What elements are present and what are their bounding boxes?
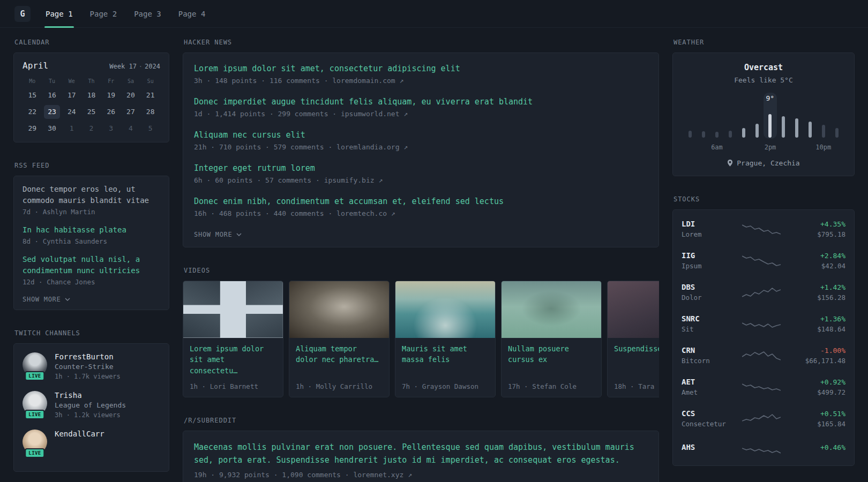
stock-symbol[interactable]: LDI	[682, 220, 731, 228]
rss-item-title[interactable]: Donec tempor eros leo, ut commodo mauris…	[23, 184, 160, 206]
stock-row[interactable]: AHS +0.46%	[682, 434, 845, 462]
weather-temp-bar	[729, 131, 732, 138]
hacker-news-item-domain-link[interactable]: ipsumify.biz ↗	[324, 176, 383, 184]
video-title[interactable]: Mauris sit amet massa felis	[395, 338, 495, 367]
hacker-news-item-title[interactable]: Donec enim nibh, condimentum et accumsan…	[194, 197, 648, 206]
hacker-news-item-domain-link[interactable]: loremtech.co ↗	[336, 209, 395, 217]
video-meta: 18h · Tara	[608, 378, 659, 397]
video-meta: 7h · Grayson Dawson	[395, 378, 495, 397]
calendar-day-header: Sa	[121, 78, 141, 84]
page-tab[interactable]: Page 4	[178, 0, 206, 27]
calendar-day: 19	[103, 88, 119, 102]
weather-time-label: 6am	[711, 144, 723, 151]
hacker-news-item-meta: 6h · 60 points · 57 comments · ipsumify.…	[194, 176, 648, 184]
video-thumbnail[interactable]	[183, 281, 283, 338]
stock-name: Bitcorn	[682, 357, 731, 365]
avatar[interactable]: LIVE	[23, 352, 47, 377]
hacker-news-item-domain-link[interactable]: loremlandia.org ↗	[336, 143, 408, 151]
calendar-day: 3	[103, 122, 119, 135]
hacker-news-item-stats: 1d · 1,414 points · 299 comments ·	[194, 110, 341, 118]
stock-symbol[interactable]: CRN	[682, 346, 731, 355]
rss-item-title[interactable]: Sed volutpat nulla nisl, a condimentum n…	[23, 254, 160, 276]
app-logo[interactable]: G	[14, 6, 31, 22]
video-title[interactable]: Nullam posuere cursus ex	[502, 338, 601, 367]
calendar-day: 29	[24, 122, 40, 135]
stock-row[interactable]: IIG Ipsum +2.84% $42.04	[682, 245, 845, 276]
video-card[interactable]: Lorem ipsum dolor sit amet consectetu… 1…	[183, 281, 283, 397]
hacker-news-item-title[interactable]: Donec imperdiet augue tincidunt felis al…	[194, 97, 648, 107]
weather-time-label: 2pm	[765, 144, 776, 151]
calendar-day-header: Th	[81, 78, 101, 84]
hacker-news-item-stats: 3h · 148 points · 116 comments ·	[194, 77, 332, 85]
twitch-channel-name[interactable]: ForrestBurton	[55, 352, 121, 361]
video-thumbnail[interactable]	[289, 281, 389, 338]
twitch-channel-row[interactable]: LIVE Trisha League of Legends 3h · 1.2k …	[23, 391, 160, 419]
video-title[interactable]: Aliquam tempor dolor nec pharetra…	[289, 338, 389, 367]
twitch-channel-name[interactable]: Trisha	[55, 391, 126, 400]
page-tab[interactable]: Page 2	[90, 0, 117, 27]
video-meta: 1h · Lori Barnett	[183, 378, 283, 397]
stock-values: +4.35% $795.18	[792, 220, 845, 238]
video-card[interactable]: Mauris sit amet massa felis 7h · Grayson…	[395, 281, 496, 397]
stock-sparkline	[731, 285, 792, 300]
stock-row[interactable]: LDI Lorem +4.35% $795.18	[682, 213, 845, 245]
page-tab[interactable]: Page 1	[46, 0, 73, 27]
sparkline-chart-icon	[742, 222, 781, 237]
stock-row[interactable]: DBS Dolor +1.42% $156.28	[682, 276, 845, 308]
subreddit-post-title[interactable]: Maecenas mollis pulvinar erat non posuer…	[194, 441, 648, 466]
stock-symbol[interactable]: CCS	[682, 409, 731, 418]
hacker-news-item-meta: 21h · 710 points · 579 comments · loreml…	[194, 143, 648, 151]
weather-temp-bar	[809, 122, 812, 138]
stock-identity: CCS Consectetur	[682, 409, 731, 428]
stock-symbol[interactable]: DBS	[682, 283, 731, 291]
page-tab[interactable]: Page 3	[134, 0, 161, 27]
page-tab-label: Page 2	[90, 10, 117, 18]
video-title[interactable]: Suspendisse diam	[608, 338, 659, 356]
stock-row[interactable]: CRN Bitcorn -1.00% $66,171.48	[682, 340, 845, 371]
stock-row[interactable]: CCS Consectetur +0.51% $165.84	[682, 403, 845, 434]
stock-price: $795.18	[792, 230, 845, 238]
stock-identity: SNRC Sit	[682, 314, 731, 333]
stock-values: +1.42% $156.28	[792, 283, 845, 302]
stock-price: $148.64	[792, 325, 845, 333]
stock-row[interactable]: AET Amet +0.92% $499.72	[682, 371, 845, 403]
twitch-channel-row[interactable]: LIVE ForrestBurton Counter-Strike 1h · 1…	[23, 352, 160, 380]
twitch-channel-name[interactable]: KendallCarr	[55, 430, 104, 438]
rss-show-more-button[interactable]: SHOW MORE	[23, 296, 70, 303]
video-meta: 1h · Molly Carrillo	[289, 378, 389, 397]
calendar-day: 18	[83, 88, 99, 102]
stock-symbol[interactable]: AHS	[682, 443, 731, 451]
hacker-news-card: Lorem ipsum dolor sit amet, consectetur …	[183, 52, 659, 247]
hacker-news-item-title[interactable]: Integer eget rutrum lorem	[194, 163, 648, 173]
stock-symbol[interactable]: IIG	[682, 251, 731, 260]
video-thumbnail[interactable]	[502, 281, 601, 338]
hacker-news-widget-title: HACKER NEWS	[183, 39, 659, 46]
rss-item-title[interactable]: In hac habitasse platea	[23, 224, 160, 236]
video-card[interactable]: Suspendisse diam 18h · Tara	[607, 281, 659, 397]
video-card[interactable]: Nullam posuere cursus ex 17h · Stefan Co…	[501, 281, 602, 397]
video-thumbnail[interactable]	[608, 281, 659, 338]
stock-price: $165.84	[792, 420, 845, 428]
hacker-news-item-domain-link[interactable]: ipsumworld.net ↗	[341, 110, 408, 118]
video-thumbnail[interactable]	[395, 281, 495, 338]
stock-row[interactable]: SNRC Sit +1.36% $148.64	[682, 308, 845, 340]
stock-symbol[interactable]: SNRC	[682, 314, 731, 323]
hacker-news-show-more-button[interactable]: SHOW MORE	[194, 231, 242, 238]
subreddit-post-domain-link[interactable]: loremnet.xyz ↗	[353, 471, 412, 479]
twitch-channel-row[interactable]: LIVE KendallCarr	[23, 430, 160, 454]
hacker-news-item-title[interactable]: Aliquam nec cursus elit	[194, 130, 648, 140]
video-title[interactable]: Lorem ipsum dolor sit amet consectetu…	[183, 338, 283, 378]
avatar[interactable]: LIVE	[23, 430, 47, 454]
stock-values: +2.84% $42.04	[792, 252, 845, 270]
hacker-news-item-stats: 6h · 60 points · 57 comments ·	[194, 176, 324, 184]
calendar-day: 23	[44, 105, 60, 119]
stock-sparkline	[731, 222, 792, 237]
avatar[interactable]: LIVE	[23, 391, 47, 416]
hacker-news-item-title[interactable]: Lorem ipsum dolor sit amet, consectetur …	[194, 64, 648, 73]
stock-sparkline	[731, 317, 792, 332]
stock-symbol[interactable]: AET	[682, 378, 731, 386]
weather-hour-column	[817, 93, 830, 139]
weather-temp-bar	[795, 118, 798, 138]
hacker-news-item-domain-link[interactable]: loremdomain.com ↗	[332, 77, 403, 85]
video-card[interactable]: Aliquam tempor dolor nec pharetra… 1h · …	[289, 281, 390, 397]
